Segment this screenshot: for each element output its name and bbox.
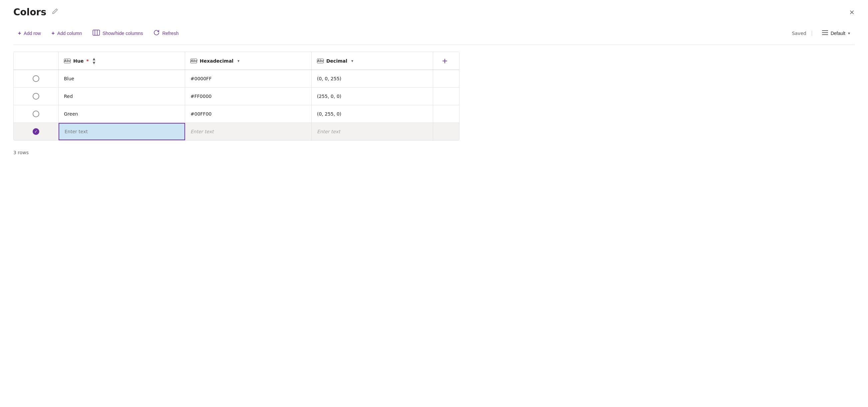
row3-selector[interactable]	[14, 105, 59, 122]
hue-col-label: Hue	[73, 58, 84, 64]
sort-up-icon[interactable]: ▲	[93, 57, 96, 61]
default-label: Default	[831, 31, 845, 36]
toolbar: + Add row + Add column Show/hide columns	[13, 27, 855, 45]
table-row-new: Enter text Enter text	[14, 123, 459, 140]
row2-extra	[433, 88, 457, 105]
row2-hue[interactable]: Red	[59, 88, 185, 105]
dec-col-chevron-icon[interactable]: ▾	[351, 59, 353, 63]
hamburger-icon	[822, 30, 828, 36]
col-header-selector	[14, 52, 59, 69]
new-row-hue-input[interactable]	[65, 129, 179, 134]
show-hide-columns-label: Show/hide columns	[102, 31, 143, 36]
new-row-dec-placeholder: Enter text	[317, 129, 340, 134]
show-hide-columns-button[interactable]: Show/hide columns	[88, 27, 148, 39]
new-row-radio-checked[interactable]	[33, 128, 39, 135]
col-header-hexadecimal[interactable]: Abc Hexadecimal ▾	[185, 52, 312, 69]
hex-col-label: Hexadecimal	[200, 58, 234, 64]
chevron-down-icon: ▾	[848, 31, 850, 36]
new-row-selector[interactable]	[14, 123, 59, 140]
new-row-extra	[433, 123, 457, 140]
header-row: Colors ×	[13, 7, 855, 18]
row2-selector[interactable]	[14, 88, 59, 105]
row3-extra	[433, 105, 457, 122]
edit-icon[interactable]	[52, 8, 58, 16]
row3-hue[interactable]: Green	[59, 105, 185, 122]
add-column-button[interactable]: + Add column	[47, 28, 87, 39]
close-button[interactable]: ×	[849, 8, 855, 16]
hue-required-star: *	[86, 58, 89, 64]
sort-down-icon[interactable]: ▼	[93, 61, 96, 65]
row3-radio[interactable]	[33, 111, 39, 117]
saved-label: Saved	[792, 31, 812, 36]
default-button[interactable]: Default ▾	[817, 28, 855, 39]
table-row: Green #00FF00 (0, 255, 0)	[14, 105, 459, 123]
page-title: Colors	[13, 7, 46, 18]
dec-col-type-icon: Abc	[317, 59, 323, 63]
refresh-button[interactable]: Refresh	[149, 27, 183, 39]
hue-sort-icons[interactable]: ▲ ▼	[93, 57, 96, 65]
hex-col-type-icon: Abc	[190, 59, 197, 63]
row2-radio[interactable]	[33, 93, 39, 99]
row2-decimal[interactable]: (255, 0, 0)	[312, 88, 433, 105]
row1-hexadecimal[interactable]: #0000FF	[185, 70, 312, 87]
new-row-hex-placeholder: Enter text	[190, 129, 214, 134]
add-row-icon: +	[18, 30, 21, 36]
row1-extra	[433, 70, 457, 87]
row3-hexadecimal[interactable]: #00FF00	[185, 105, 312, 122]
hue-col-type-icon: Abc	[64, 59, 70, 63]
hex-col-chevron-icon[interactable]: ▾	[238, 59, 239, 63]
add-row-label: Add row	[24, 31, 41, 36]
col-header-hue[interactable]: Abc Hue * ▲ ▼	[59, 52, 185, 69]
refresh-icon	[154, 30, 159, 37]
new-row-hexadecimal[interactable]: Enter text	[185, 123, 312, 140]
table-footer: 3 rows	[13, 150, 855, 155]
add-row-button[interactable]: + Add row	[13, 28, 45, 39]
table-header: Abc Hue * ▲ ▼ Abc Hexadecimal ▾ Abc Deci…	[14, 52, 459, 70]
row3-decimal[interactable]: (0, 255, 0)	[312, 105, 433, 122]
row1-selector[interactable]	[14, 70, 59, 87]
title-area: Colors	[13, 7, 58, 18]
add-column-icon: +	[52, 30, 55, 36]
row1-radio[interactable]	[33, 75, 39, 82]
row2-hexadecimal[interactable]: #FF0000	[185, 88, 312, 105]
dec-col-label: Decimal	[326, 58, 347, 64]
add-column-label: Add column	[57, 31, 82, 36]
show-hide-columns-icon	[93, 30, 100, 37]
data-table: Abc Hue * ▲ ▼ Abc Hexadecimal ▾ Abc Deci…	[13, 52, 460, 141]
new-row-decimal[interactable]: Enter text	[312, 123, 433, 140]
toolbar-right: Saved Default ▾	[792, 28, 855, 39]
row1-hue[interactable]: Blue	[59, 70, 185, 87]
new-row-hue-cell[interactable]	[59, 123, 185, 140]
add-column-header[interactable]: +	[433, 52, 457, 69]
svg-rect-0	[93, 30, 99, 35]
col-header-decimal[interactable]: Abc Decimal ▾	[312, 52, 433, 69]
refresh-label: Refresh	[162, 31, 179, 36]
table-row: Blue #0000FF (0, 0, 255)	[14, 70, 459, 88]
table-row: Red #FF0000 (255, 0, 0)	[14, 88, 459, 105]
row1-decimal[interactable]: (0, 0, 255)	[312, 70, 433, 87]
rows-count-label: 3 rows	[13, 150, 29, 155]
page-container: Colors × + Add row + Add column	[0, 0, 868, 169]
